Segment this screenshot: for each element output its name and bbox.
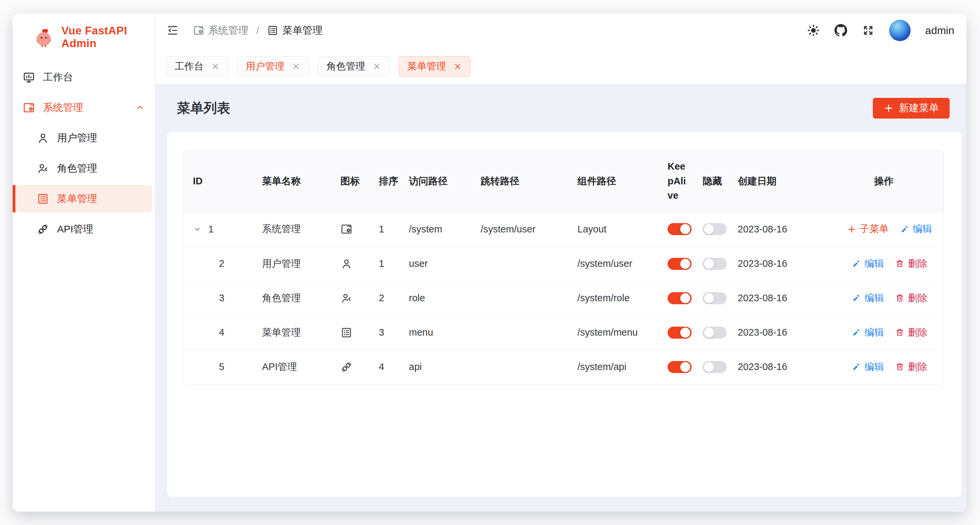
close-icon[interactable] bbox=[372, 62, 381, 71]
screen: Vue FastAPI Admin 工作台 系统管理 用户管理 bbox=[0, 0, 980, 525]
edit-label: 编辑 bbox=[864, 257, 884, 271]
col-header-id: ID bbox=[184, 165, 262, 197]
cell-order: 1 bbox=[379, 224, 409, 235]
table-row: 4菜单管理3menu/system/menu2023-08-16编辑删除 bbox=[184, 315, 943, 349]
keepalive-toggle[interactable] bbox=[668, 361, 692, 373]
avatar[interactable] bbox=[889, 20, 911, 41]
sidebar-menu: 工作台 系统管理 用户管理 角色管理 菜单管理 bbox=[13, 64, 155, 243]
pencil-icon bbox=[852, 362, 861, 371]
edit-button[interactable]: 编辑 bbox=[852, 292, 884, 305]
plus-icon bbox=[847, 225, 856, 234]
col-header-actions: 操作 bbox=[838, 165, 943, 197]
col-header-name: 菜单名称 bbox=[262, 165, 340, 197]
app-logo: Vue FastAPI Admin bbox=[13, 23, 155, 51]
tab-workbench[interactable]: 工作台 bbox=[166, 56, 228, 77]
delete-label: 删除 bbox=[908, 292, 927, 305]
cell-hidden-toggle bbox=[703, 361, 738, 373]
cell-menu-name: API管理 bbox=[262, 361, 340, 374]
sidebar-item-users[interactable]: 用户管理 bbox=[13, 124, 155, 152]
cell-menu-name: 用户管理 bbox=[262, 257, 340, 271]
sidebar-item-workbench[interactable]: 工作台 bbox=[13, 64, 155, 91]
cell-menu-name: 菜单管理 bbox=[262, 326, 340, 339]
main-area: 系统管理 / 菜单管理 admin bbox=[155, 13, 966, 512]
edit-button[interactable]: 编辑 bbox=[900, 222, 932, 236]
col-header-keepalive: KeepAlive bbox=[668, 151, 703, 212]
sidebar-item-label: 工作台 bbox=[43, 70, 73, 84]
delete-button[interactable]: 删除 bbox=[895, 326, 927, 339]
breadcrumb-item-menus[interactable]: 菜单管理 bbox=[267, 24, 323, 37]
cell-actions: 编辑删除 bbox=[838, 361, 943, 374]
system-icon bbox=[340, 223, 353, 235]
delete-label: 删除 bbox=[908, 326, 927, 339]
close-icon[interactable] bbox=[453, 62, 462, 71]
sidebar-item-label: 系统管理 bbox=[43, 101, 83, 115]
delete-button[interactable]: 删除 bbox=[895, 361, 927, 374]
collapse-sidebar-icon[interactable] bbox=[166, 24, 179, 37]
delete-button[interactable]: 删除 bbox=[895, 257, 927, 271]
cell-hidden-toggle bbox=[703, 258, 738, 270]
close-icon[interactable] bbox=[211, 62, 220, 71]
cell-order: 2 bbox=[379, 292, 409, 303]
cell-id: 2 bbox=[184, 258, 262, 269]
edit-label: 编辑 bbox=[864, 292, 884, 305]
hidden-toggle[interactable] bbox=[703, 258, 727, 270]
hidden-toggle[interactable] bbox=[703, 361, 727, 373]
tab-roles[interactable]: 角色管理 bbox=[318, 56, 390, 77]
col-header-order: 排序 bbox=[379, 165, 409, 197]
sidebar-item-roles[interactable]: 角色管理 bbox=[13, 155, 155, 182]
expand-chevron-icon[interactable] bbox=[193, 225, 202, 233]
menu-icon bbox=[267, 25, 278, 36]
keepalive-toggle[interactable] bbox=[668, 258, 692, 270]
hidden-toggle[interactable] bbox=[703, 292, 727, 304]
header-top: 系统管理 / 菜单管理 admin bbox=[155, 13, 966, 48]
cell-id: 1 bbox=[184, 224, 262, 235]
tab-menus[interactable]: 菜单管理 bbox=[399, 56, 470, 77]
submenu-button[interactable]: 子菜单 bbox=[847, 222, 889, 236]
cell-keepalive-toggle bbox=[668, 327, 703, 339]
api-icon bbox=[340, 361, 353, 373]
trash-icon bbox=[895, 259, 904, 268]
col-header-date: 创建日期 bbox=[738, 165, 838, 197]
theme-toggle-icon[interactable] bbox=[807, 24, 820, 37]
hidden-toggle[interactable] bbox=[703, 327, 727, 339]
menu-table: ID 菜单名称 图标 排序 访问路径 跳转路径 组件路径 KeepAlive 隐… bbox=[183, 150, 943, 385]
header: 系统管理 / 菜单管理 admin bbox=[155, 13, 966, 84]
cell-component: /system/menu bbox=[578, 327, 668, 338]
trash-icon bbox=[895, 328, 904, 337]
cell-icon bbox=[340, 223, 379, 235]
sidebar-item-label: API管理 bbox=[57, 222, 93, 236]
close-icon[interactable] bbox=[292, 62, 301, 71]
table-body: 1系统管理1/system/system/userLayout2023-08-1… bbox=[184, 212, 943, 384]
keepalive-toggle[interactable] bbox=[668, 223, 692, 235]
menu-icon bbox=[340, 327, 353, 339]
create-menu-button[interactable]: 新建菜单 bbox=[873, 98, 950, 118]
fullscreen-icon[interactable] bbox=[862, 24, 875, 37]
tab-users[interactable]: 用户管理 bbox=[237, 56, 309, 77]
sidebar-item-menus[interactable]: 菜单管理 bbox=[13, 185, 152, 212]
edit-button[interactable]: 编辑 bbox=[852, 361, 884, 374]
plus-icon bbox=[883, 103, 894, 113]
cell-path: api bbox=[409, 361, 480, 372]
row-id: 2 bbox=[219, 258, 224, 269]
cell-path: menu bbox=[409, 327, 480, 338]
delete-label: 删除 bbox=[908, 257, 927, 271]
table-row: 1系统管理1/system/system/userLayout2023-08-1… bbox=[184, 212, 943, 246]
edit-button[interactable]: 编辑 bbox=[852, 326, 884, 339]
breadcrumb-item-system[interactable]: 系统管理 bbox=[193, 24, 248, 37]
sidebar-item-system[interactable]: 系统管理 bbox=[13, 94, 155, 121]
row-id: 5 bbox=[219, 361, 224, 372]
delete-button[interactable]: 删除 bbox=[895, 292, 927, 305]
keepalive-toggle[interactable] bbox=[668, 292, 692, 304]
cell-keepalive-toggle bbox=[668, 292, 703, 304]
cell-date: 2023-08-16 bbox=[738, 292, 838, 303]
edit-button[interactable]: 编辑 bbox=[852, 257, 884, 271]
app-window: Vue FastAPI Admin 工作台 系统管理 用户管理 bbox=[13, 13, 966, 512]
cell-component: Layout bbox=[578, 224, 668, 235]
col-header-path: 访问路径 bbox=[409, 165, 480, 197]
username[interactable]: admin bbox=[925, 24, 954, 37]
github-icon[interactable] bbox=[834, 24, 847, 37]
sidebar-item-api[interactable]: API管理 bbox=[13, 215, 155, 243]
row-id: 4 bbox=[219, 327, 224, 338]
hidden-toggle[interactable] bbox=[703, 223, 727, 235]
keepalive-toggle[interactable] bbox=[668, 327, 692, 339]
